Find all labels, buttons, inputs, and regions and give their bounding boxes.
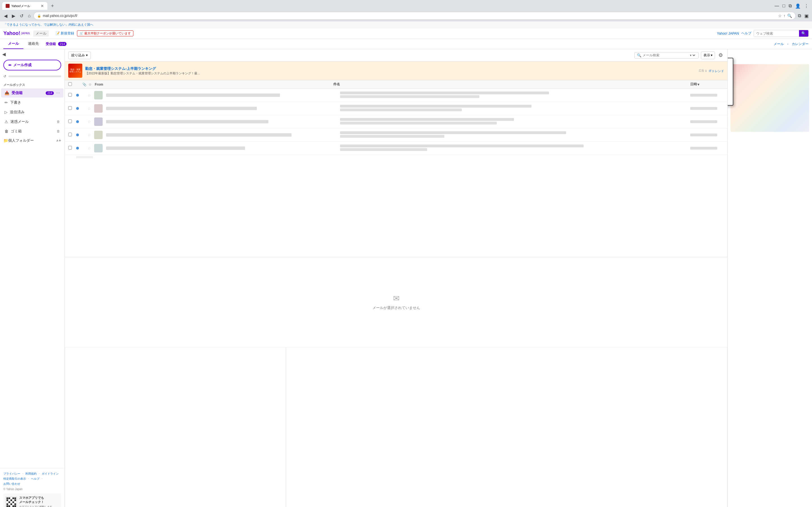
inbox-more-btn[interactable]: ⋯ <box>56 91 60 95</box>
address-bar[interactable]: 🔒 mail.yahoo.co.jp/u/pc/f/ ☆ ↑ 🔍 <box>34 12 796 20</box>
mail-search-select[interactable]: ▾ <box>689 53 696 57</box>
inbox-tab[interactable]: 受信箱 214 <box>46 42 66 47</box>
sent-icon: ▷ <box>4 110 8 114</box>
spam-item-label: 迷惑メール <box>10 119 54 124</box>
email-row[interactable]: ☆ <box>65 102 727 115</box>
reload-btn[interactable]: ↺ <box>18 12 25 20</box>
help-link[interactable]: ヘルプ <box>741 31 751 36</box>
collapse-sidebar-btn[interactable]: ◀ <box>2 52 6 57</box>
header-date[interactable]: 日時 ▾ <box>690 82 724 87</box>
compose-button[interactable]: ✏ メール作成 <box>3 60 61 70</box>
header-subject: 件名 <box>333 82 688 87</box>
bookmark-btn[interactable]: ☆ <box>778 13 782 18</box>
header-star-area: ☆ <box>89 82 93 87</box>
qr-code-image <box>6 497 17 507</box>
new-register-link[interactable]: 📝 新規登録 <box>56 31 74 36</box>
footer-guideline-link[interactable]: ガイドライン <box>42 472 59 476</box>
web-search-input[interactable] <box>754 31 799 37</box>
email-check-5 <box>68 146 74 151</box>
from-blurred-4 <box>106 133 292 136</box>
minimize-btn[interactable]: — <box>773 2 780 10</box>
personal-folder-add-btn[interactable]: + <box>59 138 61 143</box>
email-row[interactable]: ☆ <box>65 142 727 155</box>
filter-btn[interactable]: 絞り込み ▾ <box>68 52 91 59</box>
yahoo-nav-bar: Yahoo! JAPAN メール 📝 新規登録 🛒 最大半額クーポンが届いていま… <box>0 28 812 39</box>
date-area-2 <box>690 107 724 110</box>
sidebar-item-spam[interactable]: ⚠ 迷惑メール 🗑 <box>1 117 63 126</box>
mail-search-input[interactable] <box>643 53 688 57</box>
news-link[interactable]: 「できるようになってから、では解決しない」内戦にあえぐ国へ <box>3 22 93 27</box>
tab-bar: Yahoo!メール ✕ + — □ ⧉ 👤 ⋮ <box>0 0 812 10</box>
mail-content-split: 📎 ☆ From 件名 日時 ▾ ☆ <box>65 80 727 507</box>
spam-delete-icon[interactable]: 🗑 <box>57 120 60 124</box>
home-btn[interactable]: ⌂ <box>26 12 33 19</box>
active-tab[interactable]: Yahoo!メール ✕ <box>2 2 47 10</box>
email-checkbox-5[interactable] <box>68 146 72 150</box>
it-trend-link[interactable]: ITトレンド <box>709 69 724 73</box>
right-tab-calendar[interactable]: カレンダー <box>792 42 809 47</box>
footer-contact-link[interactable]: お問い合わせ <box>3 482 20 486</box>
star-4[interactable]: ☆ <box>87 133 92 137</box>
news-bar: 「できるようになってから、では解決しない」内戦にあえぐ国へ <box>0 21 812 28</box>
tab-contacts[interactable]: 連絡先 <box>23 39 43 49</box>
refresh-icon[interactable]: ↺ <box>3 74 6 78</box>
star-1[interactable]: ☆ <box>87 93 92 98</box>
personal-folder-header[interactable]: 📁 個人フォルダー ∧ + <box>0 136 64 145</box>
star-5[interactable]: ☆ <box>87 146 92 151</box>
email-checkbox-4[interactable] <box>68 133 72 136</box>
qr-title-line2: メールチェック！ <box>19 500 44 504</box>
header-attach-area: 📎 <box>82 82 86 87</box>
new-tab-btn[interactable]: + <box>49 2 56 10</box>
search-browser-btn[interactable]: 🔍 <box>787 13 792 18</box>
inbox-label: 受信箱 <box>46 42 56 47</box>
split-btn[interactable]: ▣ <box>803 12 810 20</box>
settings-gear-btn[interactable]: ⚙ <box>717 51 724 59</box>
subject-blurred-1b <box>340 95 479 98</box>
qr-title-line1: スマホアプリでも <box>19 496 44 499</box>
yahoo-japan-link[interactable]: Yahoo! JAPAN <box>717 32 739 36</box>
trash-delete-icon[interactable]: 🗑 <box>57 129 60 133</box>
tab-close-btn[interactable]: ✕ <box>41 4 44 8</box>
right-tab-mail[interactable]: メール <box>774 42 784 47</box>
header-from[interactable]: From <box>95 82 331 87</box>
unread-dot-5 <box>76 147 79 150</box>
extensions-btn[interactable]: ⧉ <box>788 2 793 10</box>
menu-btn[interactable]: ⋮ <box>803 2 810 10</box>
email-list-header: 📎 ☆ From 件名 日時 ▾ <box>65 80 727 89</box>
ad-banner-title[interactable]: 勤怠・就業管理システム-上半期ランキング <box>85 66 696 71</box>
email-checkbox-1[interactable] <box>68 93 72 97</box>
star-3[interactable]: ☆ <box>87 119 92 124</box>
footer-privacy-link[interactable]: プライバシー <box>3 472 20 476</box>
coupon-btn[interactable]: 🛒 最大半額クーポンが届いています <box>77 31 133 36</box>
sidebar-item-sent[interactable]: ▷ 送信済み <box>1 108 63 117</box>
tab-mail[interactable]: メール <box>3 39 23 49</box>
email-checkbox-2[interactable] <box>68 106 72 110</box>
back-btn[interactable]: ◀ <box>2 12 9 20</box>
ad-banner[interactable]: 勤怠・就業管理システム 勤怠・就業管理システム-上半期ランキング 【2022年最… <box>65 61 727 80</box>
footer-commerce-link[interactable]: 特定商取引の表示 <box>3 477 26 481</box>
footer-terms-link[interactable]: 利用規約 <box>26 472 37 476</box>
inbox-badge: 214 <box>58 42 66 46</box>
select-all-checkbox[interactable] <box>68 82 72 86</box>
sidebar-item-drafts[interactable]: ✏ 下書き <box>1 98 63 107</box>
email-checkbox-3[interactable] <box>68 119 72 123</box>
forward-btn[interactable]: ▶ <box>10 12 17 20</box>
display-btn[interactable]: 表示 ▾ <box>701 52 715 59</box>
share-btn[interactable]: ↑ <box>783 13 785 18</box>
email-row[interactable]: ☆ <box>65 115 727 128</box>
sidebar-item-trash[interactable]: 🗑 ゴミ箱 🗑 <box>1 127 63 136</box>
star-2[interactable]: ☆ <box>87 106 92 111</box>
email-row[interactable]: ☆ <box>65 89 727 102</box>
web-search-submit-btn[interactable]: 🔍 <box>799 30 808 37</box>
extensions-toolbar-btn[interactable]: ⧉ <box>797 12 802 19</box>
lock-icon: 🔒 <box>37 14 41 18</box>
footer-help-link[interactable]: ヘルプ <box>31 477 40 481</box>
profile-btn[interactable]: 👤 <box>794 2 802 10</box>
email-row[interactable]: ☆ <box>65 128 727 142</box>
refresh-bar <box>8 75 61 77</box>
sidebar-item-inbox[interactable]: 📥 受信箱 214 ⋯ <box>1 89 63 98</box>
ad-banner-image: 勤怠・就業管理システム <box>68 64 82 78</box>
maximize-btn[interactable]: □ <box>781 2 786 10</box>
subject-area-2 <box>340 105 688 112</box>
web-search-box: 🔍 <box>754 30 809 37</box>
